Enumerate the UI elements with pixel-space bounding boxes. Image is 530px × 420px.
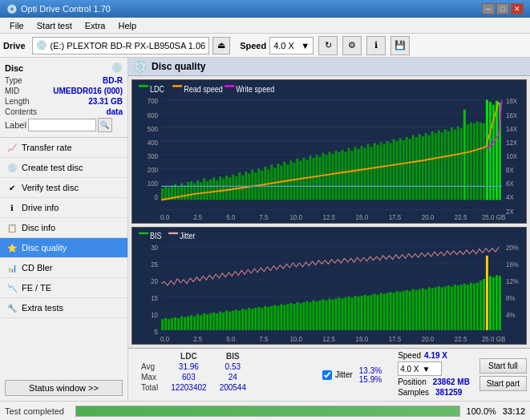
svg-rect-282 (476, 282, 479, 329)
avg-label: Avg (135, 361, 164, 372)
jitter-checkbox[interactable] (322, 370, 332, 380)
start-full-button[interactable]: Start full (479, 358, 527, 374)
svg-rect-265 (422, 288, 424, 329)
maximize-button[interactable]: □ (496, 3, 509, 14)
stats-area: LDC BIS Avg 31.96 0.53 Max 603 24 Tota (128, 348, 530, 401)
svg-rect-198 (206, 314, 208, 330)
svg-rect-63 (222, 179, 225, 200)
menu-extra[interactable]: Extra (79, 19, 112, 32)
sidebar-item-disc-info[interactable]: 📋 Disc info (0, 218, 127, 238)
cd-bler-icon: 📊 (6, 262, 18, 273)
progress-percent: 100.0% (467, 406, 496, 416)
svg-rect-137 (460, 128, 463, 200)
refresh-button[interactable]: ↻ (318, 36, 338, 55)
mid-label: MID (5, 87, 19, 95)
eject-button[interactable]: ⏏ (212, 37, 230, 55)
svg-rect-275 (454, 285, 456, 330)
drive-info-icon: ℹ (6, 202, 18, 213)
titlebar-title: 💿 Opti Drive Control 1.70 (6, 4, 111, 14)
minimize-button[interactable]: ─ (482, 3, 495, 14)
close-button[interactable]: ✕ (511, 3, 524, 14)
svg-rect-3 (172, 85, 182, 87)
speed-dropdown[interactable]: 4.0 X ▼ (398, 361, 442, 376)
svg-rect-61 (216, 180, 218, 200)
max-jitter: 15.9% (356, 375, 385, 384)
sidebar-item-cd-bler[interactable]: 📊 CD Bler (0, 258, 127, 278)
svg-text:22.5: 22.5 (455, 334, 467, 343)
svg-rect-87 (299, 160, 301, 200)
menu-help[interactable]: Help (111, 19, 143, 32)
svg-rect-70 (245, 172, 247, 200)
contents-value: data (106, 107, 123, 116)
svg-rect-202 (219, 311, 221, 329)
main-area: Disc 💿 Type BD-R MID UMEBDR016 (000) Len… (0, 58, 530, 401)
svg-text:5: 5 (155, 327, 159, 336)
sidebar-item-create-test-disc[interactable]: 💿 Create test disc (0, 158, 127, 178)
sidebar-item-transfer-rate[interactable]: 📈 Transfer rate (0, 138, 127, 158)
content-title: Disc quality (152, 61, 205, 72)
svg-text:17.5: 17.5 (389, 334, 402, 343)
settings-button[interactable]: ⚙ (342, 36, 362, 55)
svg-rect-5 (225, 85, 234, 87)
svg-rect-214 (257, 306, 260, 329)
svg-rect-248 (367, 296, 370, 330)
svg-rect-221 (280, 304, 282, 330)
create-test-disc-icon: 💿 (6, 162, 18, 173)
chart-bottom-svg: BIS Jitter 30 25 20 15 (132, 228, 526, 344)
svg-rect-226 (296, 302, 298, 330)
svg-rect-235 (325, 300, 327, 329)
svg-text:100: 100 (148, 180, 158, 188)
svg-rect-206 (232, 310, 234, 329)
time-display: 33:12 (503, 406, 525, 416)
svg-rect-288 (496, 275, 498, 330)
svg-rect-57 (203, 179, 205, 200)
svg-rect-85 (293, 163, 295, 200)
type-value: BD-R (103, 76, 123, 85)
svg-rect-231 (312, 300, 314, 329)
svg-text:500: 500 (148, 124, 158, 133)
save-button[interactable]: 💾 (390, 36, 410, 55)
verify-test-disc-icon: ✔ (6, 182, 18, 193)
position-label: Position (398, 378, 427, 386)
svg-text:BIS: BIS (150, 231, 162, 240)
svg-rect-219 (273, 305, 276, 329)
drive-value: (E:) PLEXTOR BD-R PX-LB950SA 1.06 (51, 41, 206, 50)
status-window-button[interactable]: Status window >> (5, 380, 123, 396)
svg-text:20.0: 20.0 (422, 334, 435, 343)
svg-text:15.0: 15.0 (356, 212, 369, 221)
svg-rect-220 (277, 305, 279, 329)
total-label: Total (135, 382, 164, 393)
svg-rect-212 (251, 309, 253, 330)
sidebar-item-verify-test-disc[interactable]: ✔ Verify test disc (0, 178, 127, 198)
svg-rect-237 (332, 299, 334, 329)
drive-selector[interactable]: 💿 (E:) PLEXTOR BD-R PX-LB950SA 1.06 (32, 37, 210, 55)
svg-rect-230 (309, 302, 311, 330)
svg-rect-108 (367, 144, 370, 200)
disc-panel-icon: 💿 (111, 63, 123, 73)
svg-rect-76 (264, 167, 266, 200)
sidebar-item-drive-info[interactable]: ℹ Drive info (0, 198, 127, 218)
menu-file[interactable]: File (3, 19, 30, 32)
svg-rect-233 (318, 300, 321, 329)
info-button[interactable]: ℹ (366, 36, 386, 55)
label-browse-button[interactable]: 🔍 (98, 118, 112, 132)
start-part-button[interactable]: Start part (479, 376, 527, 391)
menu-start-test[interactable]: Start test (30, 19, 79, 32)
svg-rect-83 (286, 164, 289, 200)
svg-rect-135 (454, 129, 456, 200)
svg-rect-122 (412, 135, 415, 200)
svg-text:15.0: 15.0 (356, 334, 369, 343)
speed-label: Speed (398, 351, 421, 360)
sidebar-item-extra-tests[interactable]: 🔧 Extra tests (0, 298, 127, 318)
svg-rect-273 (447, 285, 450, 330)
sidebar-item-disc-quality[interactable]: ⭐ Disc quality (0, 238, 127, 258)
svg-rect-285 (486, 256, 488, 330)
nav-label-create-test-disc: Create test disc (22, 163, 83, 172)
speed-selector[interactable]: 4.0 X ▼ (269, 37, 314, 55)
sidebar-item-fe-te[interactable]: 📉 FE / TE (0, 278, 127, 298)
disc-label-input[interactable] (28, 119, 96, 131)
svg-rect-272 (444, 286, 447, 330)
chart-top-svg: LDC Read speed Write speed (132, 80, 526, 223)
svg-text:0.0: 0.0 (160, 334, 169, 343)
svg-rect-256 (393, 293, 395, 330)
